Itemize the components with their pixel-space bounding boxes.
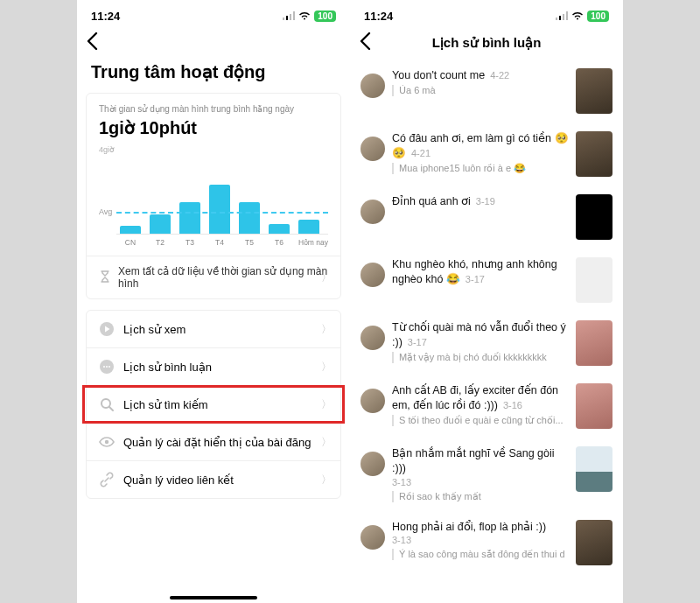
comment-row[interactable]: You don't count me4-22Ủa 6 mà: [360, 60, 612, 123]
comment-text: Khu nghèo khó, nhưng anh không nghèo khó…: [392, 257, 569, 287]
comment-reply: Ý là sao công màu sắt đông đến thui d: [392, 549, 569, 560]
x-tick: CN: [120, 238, 141, 247]
comment-row[interactable]: Từ chối quài mà nó vẫn đuổi theo ý :))3-…: [360, 312, 612, 375]
comment-reply: Rồi sao k thấy mất: [392, 491, 569, 502]
x-tick: T3: [179, 238, 200, 247]
y-axis-label: 4giờ: [99, 145, 328, 154]
link-icon: [99, 472, 115, 487]
menu-item-comment[interactable]: Lịch sử bình luận〉: [87, 348, 340, 386]
svg-point-8: [108, 366, 110, 368]
avg-label: Avg: [99, 207, 114, 216]
comment-text: You don't count me4-22: [392, 68, 569, 83]
screen-time-value: 1giờ 10phút: [99, 117, 328, 138]
x-tick: T5: [239, 238, 260, 247]
wifi-icon: [298, 11, 311, 20]
chevron-right-icon: 〉: [321, 360, 332, 375]
video-thumbnail[interactable]: [576, 257, 612, 303]
comment-text: Đỉnh quá anh ơi3-19: [392, 194, 569, 209]
status-bar: 11:24 100: [77, 0, 350, 26]
video-thumbnail[interactable]: [576, 194, 612, 240]
comment-row[interactable]: Bận nhắm mắt nghĩ về Sang gòii :)))3-13R…: [360, 438, 612, 511]
video-thumbnail[interactable]: [576, 520, 612, 565]
video-thumbnail[interactable]: [576, 383, 612, 429]
menu-item-label: Lịch sử xem: [123, 323, 186, 336]
menu-item-link[interactable]: Quản lý video liên kết〉: [87, 461, 340, 498]
comment-reply: Ủa 6 mà: [392, 85, 569, 96]
comment-row[interactable]: Đỉnh quá anh ơi3-19: [360, 186, 612, 249]
svg-rect-14: [566, 11, 568, 20]
view-all-screen-time[interactable]: Xem tất cả dữ liệu về thời gian sử dụng …: [87, 256, 340, 298]
view-all-label: Xem tất cả dữ liệu về thời gian sử dụng …: [118, 265, 328, 290]
x-tick: T4: [209, 238, 230, 247]
chevron-right-icon: 〉: [321, 270, 332, 285]
avatar: [360, 326, 385, 350]
chart-x-labels: CNT2T3T4T5T6Hôm nay: [116, 235, 328, 247]
comment-text: Anh cất AB đi, lấy exciter đến đón em, đ…: [392, 383, 569, 413]
avatar: [360, 525, 385, 550]
play-icon: [99, 321, 115, 337]
comment-row[interactable]: Anh cất AB đi, lấy exciter đến đón em, đ…: [360, 375, 612, 438]
comment-row[interactable]: Hong phải ai đổi, flop là phải :))3-13Ý …: [360, 511, 612, 574]
video-thumbnail[interactable]: [576, 131, 612, 177]
chevron-right-icon: 〉: [321, 397, 332, 412]
menu-item-play[interactable]: Lịch sử xem〉: [87, 311, 340, 348]
chevron-right-icon: 〉: [321, 435, 332, 450]
svg-rect-0: [283, 18, 284, 20]
screen-time-label: Thời gian sử dụng màn hình trung bình hằ…: [99, 104, 328, 114]
avatar: [360, 74, 385, 98]
svg-point-7: [106, 366, 108, 368]
svg-rect-2: [290, 14, 291, 20]
chart-bar: [209, 185, 230, 234]
battery-badge: 100: [314, 11, 336, 22]
clock: 11:24: [364, 10, 393, 23]
x-tick: Hôm nay: [298, 238, 319, 247]
eye-icon: [99, 434, 115, 450]
comment-row[interactable]: Khu nghèo khó, nhưng anh không nghèo khó…: [360, 249, 612, 312]
avatar: [360, 452, 385, 476]
screen-time-card: Thời gian sử dụng màn hình trung bình hằ…: [86, 93, 341, 299]
comment-reply: Mua iphone15 luôn rồi à e 😂: [392, 163, 569, 174]
menu-item-label: Lịch sử bình luận: [123, 361, 212, 374]
comment-text: Từ chối quài mà nó vẫn đuổi theo ý :))3-…: [392, 320, 569, 350]
chevron-right-icon: 〉: [321, 473, 332, 487]
menu-item-search[interactable]: Lịch sử tìm kiếm〉: [87, 386, 340, 424]
avatar: [360, 263, 385, 287]
header: Lịch sử bình luận: [350, 26, 623, 60]
comment-text: Có đâu anh ơi, em làm gì có tiền 🥺🥺4-21: [392, 131, 569, 161]
comment-reply: S tối theo đuổi e quài e cũng từ chối...: [392, 415, 569, 426]
video-thumbnail[interactable]: [576, 446, 612, 492]
header: [77, 26, 350, 60]
menu-item-eye[interactable]: Quản lý cài đặt hiển thị của bài đăng〉: [87, 424, 340, 461]
home-indicator: [170, 596, 257, 599]
avatar: [360, 200, 385, 224]
video-thumbnail[interactable]: [576, 320, 612, 366]
signal-icon: [283, 11, 295, 20]
svg-point-10: [105, 440, 108, 444]
back-button[interactable]: [86, 32, 98, 56]
x-tick: T2: [150, 238, 171, 247]
chart-bar: [269, 224, 290, 234]
chart-bar: [179, 202, 200, 234]
back-button[interactable]: [359, 32, 371, 56]
svg-rect-11: [556, 18, 557, 20]
avatar: [360, 137, 385, 161]
svg-rect-12: [559, 16, 561, 20]
menu-item-label: Quản lý video liên kết: [123, 473, 234, 487]
screen-time-chart: Avg: [116, 156, 328, 235]
battery-badge: 100: [587, 11, 609, 22]
clock: 11:24: [91, 10, 120, 23]
comment-reply: Mặt vậy mà bị chó đuổi kkkkkkkkk: [392, 352, 569, 363]
chart-bar: [239, 202, 260, 234]
chart-bar: [298, 220, 319, 234]
signal-icon: [556, 11, 568, 20]
page-title: Lịch sử bình luận: [432, 35, 542, 51]
comment-list[interactable]: You don't count me4-22Ủa 6 màCó đâu anh …: [350, 60, 623, 603]
x-tick: T6: [269, 238, 290, 247]
comment-row[interactable]: Có đâu anh ơi, em làm gì có tiền 🥺🥺4-21M…: [360, 123, 612, 186]
video-thumbnail[interactable]: [576, 68, 612, 114]
svg-rect-13: [563, 14, 564, 20]
chart-bar: [150, 214, 171, 235]
wifi-icon: [571, 11, 584, 20]
search-icon: [99, 396, 115, 412]
menu-item-label: Quản lý cài đặt hiển thị của bài đăng: [123, 436, 312, 449]
